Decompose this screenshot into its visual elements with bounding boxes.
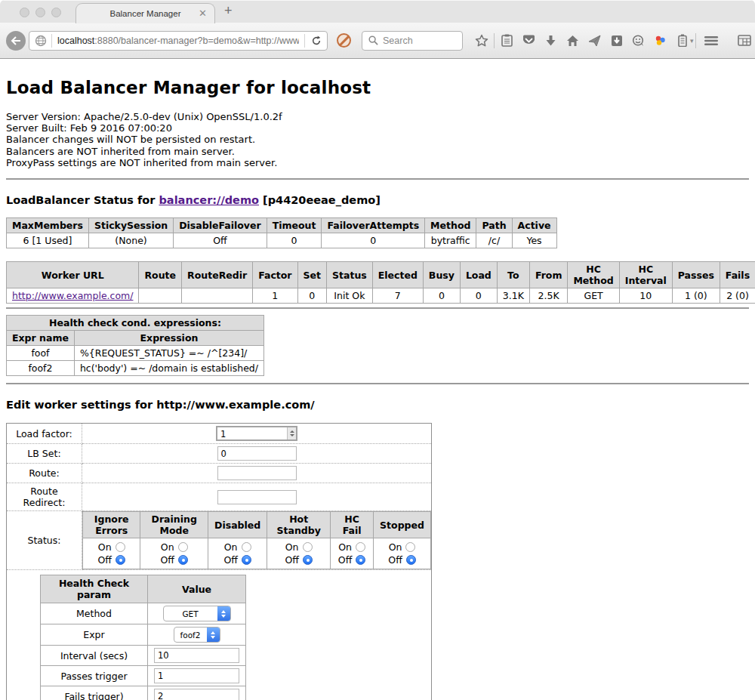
globe-icon xyxy=(35,35,47,47)
tab-groups-button[interactable] xyxy=(734,30,755,51)
status-hc-fail-cell: On Off xyxy=(331,538,374,569)
tab-balancer-manager[interactable]: Balancer Manager ✕ xyxy=(76,3,215,23)
reading-list-button[interactable] xyxy=(496,30,518,51)
col-status: Status xyxy=(327,262,373,288)
lb-set-input[interactable] xyxy=(217,446,297,461)
col-hc-method: HC Method xyxy=(568,262,619,288)
col-worker-url: Worker URL xyxy=(7,262,139,288)
hc-fail-off-radio[interactable] xyxy=(356,555,365,565)
loadbalancer-status-heading: LoadBalancer Status for balancer://demo … xyxy=(6,194,749,206)
status-draining-mode-cell: On Off xyxy=(140,538,208,569)
hc-interval-label: Interval (secs) xyxy=(41,646,148,666)
worker-url-link[interactable]: http://www.example.com/ xyxy=(12,290,133,301)
hc-expr-select[interactable]: foof2 xyxy=(174,627,220,643)
hc-interval-input[interactable] xyxy=(154,648,239,663)
downloads-button[interactable] xyxy=(540,30,562,51)
download-arrow-icon xyxy=(545,35,556,47)
draining-mode-on-radio[interactable] xyxy=(178,542,188,552)
toolbar-icons: ▾ xyxy=(470,30,755,51)
close-window-button[interactable] xyxy=(20,8,29,17)
cell-route xyxy=(139,288,182,304)
hc-fail-on-radio[interactable] xyxy=(356,542,365,552)
col-ignore-errors: Ignore Errors xyxy=(83,512,140,538)
col-expression: Expression xyxy=(74,331,263,346)
radio-off-label: Off xyxy=(161,554,174,566)
hc-passes-cell xyxy=(148,666,246,686)
route-redirect-row: Route Redirect: xyxy=(7,483,432,511)
hc-method-select[interactable]: GET xyxy=(163,606,231,621)
load-factor-cell: 1 xyxy=(82,424,432,444)
status-stopped-cell: On Off xyxy=(374,538,431,569)
reload-button[interactable] xyxy=(304,34,322,48)
col-hc-param: Health Check param xyxy=(41,575,148,603)
cell-fails: 2 (0) xyxy=(720,288,755,304)
cell-expr-name: foof2 xyxy=(7,361,75,376)
toolbar-separator xyxy=(494,33,495,48)
window-controls[interactable] xyxy=(20,8,61,17)
cell-expression: hc('body') =~ /domain is established/ xyxy=(74,361,263,376)
hc-method-label: Method xyxy=(41,603,148,624)
stopped-on-radio[interactable] xyxy=(405,542,415,552)
feedback-button[interactable] xyxy=(627,30,649,51)
page-title: Load Balancer Manager for localhost xyxy=(6,78,749,97)
status-radio-row: On Off On Off On Off xyxy=(83,538,431,569)
url-input[interactable]: localhost:8880/balancer-manager?b=demo&w… xyxy=(57,35,299,46)
back-arrow-icon xyxy=(11,36,21,45)
menu-button[interactable] xyxy=(698,30,725,51)
col-hc-value: Value xyxy=(148,575,246,603)
ignore-errors-off-radio[interactable] xyxy=(116,555,125,565)
route-input[interactable] xyxy=(217,466,297,480)
browser-window: Balancer Manager ✕ + localhost:8880/bala… xyxy=(0,0,755,700)
draining-mode-off-radio[interactable] xyxy=(178,555,188,565)
zoom-window-button[interactable] xyxy=(51,8,61,17)
health-check-param-table: Health Check param Value Method GET xyxy=(40,575,246,700)
send-tab-button[interactable] xyxy=(584,30,606,51)
disabled-off-radio[interactable] xyxy=(242,555,251,565)
new-tab-button[interactable]: + xyxy=(224,3,233,19)
route-redirect-label: Route Redirect: xyxy=(7,483,82,511)
balancer-demo-link[interactable]: balancer://demo xyxy=(159,194,259,206)
col-disabled: Disabled xyxy=(208,512,267,538)
cell-from: 2.5K xyxy=(529,288,568,304)
radio-on-label: On xyxy=(161,541,174,553)
hot-standby-off-radio[interactable] xyxy=(303,555,313,565)
health-check-row: Health Check param Value Method GET xyxy=(7,570,432,700)
toolbar-separator xyxy=(695,33,696,48)
overflow-caret-icon[interactable]: ▾ xyxy=(690,37,694,45)
hamburger-icon xyxy=(704,35,719,46)
cell-busy: 0 xyxy=(423,288,460,304)
notice-proxypass: ProxyPass settings are NOT inherited fro… xyxy=(6,157,749,168)
col-routeredir: RouteRedir xyxy=(182,262,253,288)
paper-plane-icon xyxy=(588,35,601,47)
hc-fails-cell xyxy=(148,686,246,700)
minimize-window-button[interactable] xyxy=(35,8,45,17)
radio-off-label: Off xyxy=(388,554,402,566)
stopped-off-radio[interactable] xyxy=(406,555,416,565)
search-bar[interactable]: Search xyxy=(362,31,463,51)
number-spinner-icon[interactable] xyxy=(287,427,296,439)
load-factor-input[interactable]: 1 xyxy=(216,426,297,441)
status-label: Status: xyxy=(7,511,82,570)
bookmark-star-button[interactable] xyxy=(470,30,492,51)
url-bar[interactable]: localhost:8880/balancer-manager?b=demo&w… xyxy=(29,31,328,51)
save-to-device-button[interactable] xyxy=(606,30,627,51)
hot-standby-on-radio[interactable] xyxy=(303,542,313,552)
back-button[interactable] xyxy=(6,31,26,51)
radio-on-label: On xyxy=(389,541,402,553)
ignore-errors-on-radio[interactable] xyxy=(116,542,125,552)
hc-header-row: Health Check param Value xyxy=(41,575,246,603)
hc-fails-input[interactable] xyxy=(154,689,239,700)
worker-row: http://www.example.com/ 1 0 Init Ok 7 0 … xyxy=(7,288,755,304)
reload-icon xyxy=(311,35,322,46)
hc-passes-input[interactable] xyxy=(154,668,239,683)
navigation-toolbar: localhost:8880/balancer-manager?b=demo&w… xyxy=(0,23,755,59)
route-redirect-input[interactable] xyxy=(217,490,297,504)
select-arrows-icon xyxy=(207,627,220,643)
tab-close-icon[interactable]: ✕ xyxy=(199,8,207,19)
extension-colordots-button[interactable] xyxy=(649,30,671,51)
home-button[interactable] xyxy=(562,30,584,51)
disabled-on-radio[interactable] xyxy=(242,542,251,552)
content-blocked-icon[interactable] xyxy=(337,33,351,48)
col-timeout: Timeout xyxy=(267,218,322,233)
pocket-button[interactable] xyxy=(518,30,540,51)
